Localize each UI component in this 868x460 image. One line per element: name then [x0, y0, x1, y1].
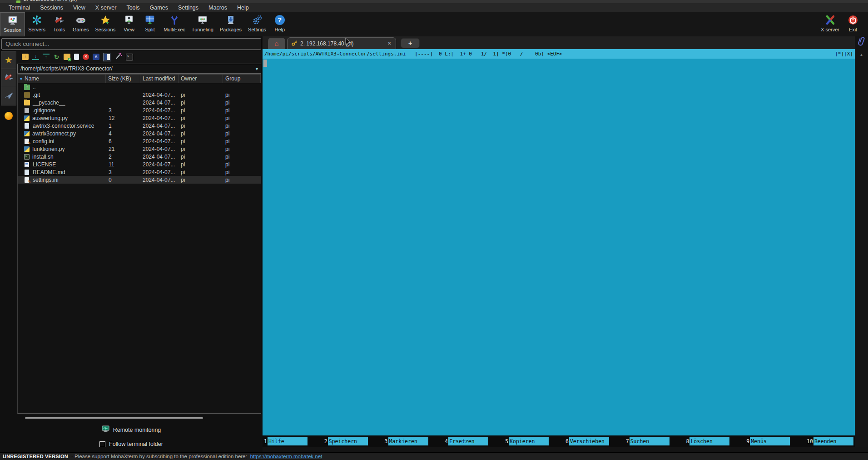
chevron-down-icon[interactable] — [256, 66, 258, 71]
file-row[interactable]: settings.ini 0 2024-04-07... pi pi — [18, 176, 261, 184]
tunneling-button[interactable]: Tunneling — [188, 12, 217, 36]
file-modified: 2024-04-07... — [140, 138, 179, 145]
quick-connect-input[interactable] — [1, 38, 261, 50]
sidebar-tab-sessions[interactable] — [1, 51, 16, 69]
new-tab-button[interactable] — [401, 38, 420, 48]
function-key-number: 3 — [385, 438, 388, 445]
file-row[interactable]: .. — [18, 83, 261, 91]
menu-item[interactable]: Terminal — [4, 4, 35, 12]
file-row[interactable]: .gitignore 3 2024-04-07... pi pi — [18, 106, 261, 114]
refresh-icon[interactable] — [53, 54, 60, 60]
function-key[interactable]: 3 Markieren — [385, 437, 428, 445]
active-session-tab[interactable]: 2. 192.168.178.40 (pi) — [287, 37, 396, 49]
function-key-number: 6 — [565, 438, 569, 445]
remote-monitoring-button[interactable]: Remote monitoring — [0, 425, 263, 434]
function-key[interactable]: 8 Löschen — [686, 437, 729, 445]
settings-button[interactable]: Settings — [245, 12, 269, 36]
go-up-folder-icon[interactable] — [22, 54, 29, 60]
sidebar-tab-macros[interactable] — [1, 87, 16, 105]
function-key[interactable]: 2 Speichern — [324, 437, 368, 445]
home-tab[interactable] — [268, 38, 285, 49]
sidebar-tab-tools[interactable] — [1, 69, 16, 87]
new-folder-icon[interactable] — [64, 54, 70, 60]
editor-body[interactable] — [263, 59, 855, 435]
file-row[interactable]: README.md 3 2024-04-07... pi pi — [18, 168, 261, 176]
close-icon[interactable] — [387, 40, 392, 46]
file-name: install.sh — [32, 154, 54, 160]
file-size: 3 — [106, 107, 140, 114]
download-icon[interactable] — [32, 54, 39, 60]
menu-item[interactable]: Settings — [173, 4, 203, 12]
file-row[interactable]: auswertung.py 12 2024-04-07... pi pi — [18, 114, 261, 122]
paperclip-icon[interactable] — [857, 36, 866, 49]
file-owner: pi — [179, 169, 223, 175]
function-key[interactable]: 6 Verschieben — [565, 437, 609, 445]
file-name: settings.ini — [33, 177, 59, 183]
file-table: Name Size (KB) Last modified Owner Group… — [17, 74, 261, 414]
split-button[interactable]: Split — [139, 12, 160, 36]
file-row[interactable]: config.ini 6 2024-04-07... pi pi — [18, 137, 261, 145]
menu-item[interactable]: Help — [232, 4, 254, 12]
help-button[interactable]: Help — [269, 12, 290, 36]
path-dropdown[interactable]: /home/pi/scripts/AWTRIX3-Connector/ — [17, 64, 261, 74]
function-key[interactable]: 7 Suchen — [626, 437, 670, 445]
menu-item[interactable]: Sessions — [35, 4, 68, 12]
file-row[interactable]: awtrix3connect.py 4 2024-04-07... pi pi — [18, 130, 261, 137]
file-row[interactable]: funktionen.py 21 2024-04-07... pi pi — [18, 145, 261, 153]
menu-item[interactable]: Tools — [121, 4, 144, 12]
menu-item[interactable]: Games — [145, 4, 173, 12]
encoding-icon[interactable] — [93, 54, 99, 60]
file-type-icon — [25, 162, 29, 167]
packages-button[interactable]: Packages — [217, 12, 245, 36]
column-header-name[interactable]: Name — [18, 75, 106, 83]
sessions-button[interactable]: Sessions — [92, 12, 119, 36]
column-header-size[interactable]: Size (KB) — [106, 75, 140, 83]
menu-item[interactable]: View — [68, 4, 90, 12]
view-button[interactable]: View — [119, 12, 139, 36]
magic-wand-icon[interactable] — [115, 53, 122, 61]
session-button[interactable]: Session — [0, 12, 25, 36]
mobatek-link[interactable]: https://mobaxterm.mobatek.net — [250, 454, 322, 459]
tools-label: Tools — [53, 27, 65, 32]
file-row[interactable]: awtrix3-connector.service 1 2024-04-07..… — [18, 122, 261, 130]
file-row[interactable]: __pycache__ 2024-04-07... pi pi — [18, 99, 261, 106]
function-key[interactable]: 9 Menüs — [746, 437, 790, 445]
games-button[interactable]: Games — [69, 12, 92, 36]
follow-terminal-checkbox[interactable] — [99, 441, 105, 447]
terminal-scrollbar[interactable] — [855, 49, 868, 447]
file-row[interactable]: .git 2024-04-07... pi pi — [18, 91, 261, 99]
main-toolbar: Session Servers Tools Games Sessions Vie… — [0, 12, 868, 36]
function-key-label: Hilfe — [268, 437, 308, 445]
function-key[interactable]: 1 Hilfe — [264, 437, 308, 445]
file-owner: pi — [179, 177, 223, 183]
function-key[interactable]: 4 Ersetzen — [445, 437, 488, 445]
column-header-modified[interactable]: Last modified — [140, 75, 179, 83]
xserver-button[interactable]: X server — [818, 12, 843, 36]
exit-button[interactable]: Exit — [843, 12, 863, 36]
upload-icon[interactable] — [43, 54, 50, 60]
column-header-owner[interactable]: Owner — [179, 75, 223, 83]
servers-button[interactable]: Servers — [25, 12, 49, 36]
sidebar-tab-sftp[interactable] — [1, 112, 16, 120]
file-size: 1 — [106, 123, 140, 129]
file-name: LICENSE — [33, 161, 56, 168]
column-header-group[interactable]: Group — [223, 75, 261, 83]
function-key[interactable]: 5 Kopieren — [505, 437, 549, 445]
function-key[interactable]: 10 Beenden — [807, 437, 853, 445]
settings-gear-icon — [252, 15, 263, 25]
file-group: pi — [223, 123, 261, 129]
tools-button[interactable]: Tools — [49, 12, 69, 36]
terminal-small-icon[interactable] — [126, 54, 133, 60]
new-file-icon[interactable] — [74, 54, 79, 60]
function-key-number: 4 — [445, 438, 448, 445]
multiexec-button[interactable]: MultiExec — [160, 12, 188, 36]
menu-item[interactable]: Macros — [203, 4, 232, 12]
panel-toggle-icon[interactable] — [103, 53, 111, 61]
delete-icon[interactable] — [83, 54, 89, 60]
horizontal-scrollbar[interactable] — [25, 417, 203, 419]
file-row[interactable]: LICENSE 11 2024-04-07... pi pi — [18, 160, 261, 168]
exit-power-icon — [848, 15, 858, 25]
file-row[interactable]: install.sh 2 2024-04-07... pi pi — [18, 153, 261, 160]
scroll-up-icon[interactable] — [855, 53, 868, 57]
menu-item[interactable]: X server — [90, 4, 122, 12]
